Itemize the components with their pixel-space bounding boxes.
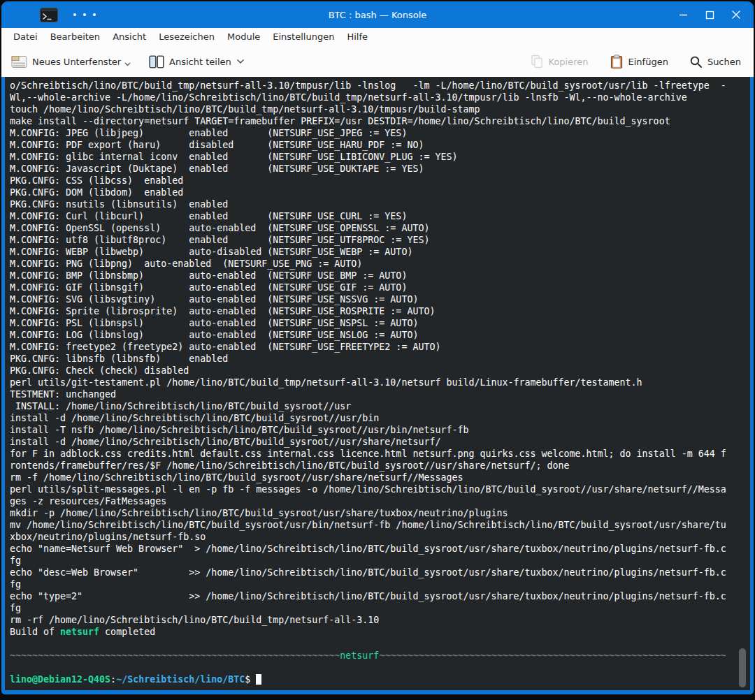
terminal-row: M.CONFIG: Sprite (librosprite) auto-enab… bbox=[10, 305, 746, 317]
terminal-row: M.CONFIG: GIF (libnsgif) auto-enabled (N… bbox=[10, 282, 746, 293]
terminal-row: echo "name=Netsurf Web Browser" > /home/… bbox=[10, 543, 746, 555]
terminal-row: M.CONFIG: JPEG (libjpeg) enabled (NETSUR… bbox=[10, 127, 746, 139]
view-split-icon bbox=[149, 55, 164, 68]
terminal-row: perl utils/git-testament.pl /home/lino/B… bbox=[10, 377, 746, 388]
terminal-row: M.CONFIG: PDF export (haru) disabled (NE… bbox=[10, 139, 746, 151]
terminal-row: M.CONFIG: OpenSSL (openssl) auto-enabled… bbox=[10, 222, 746, 234]
split-view-label: Ansicht teilen bbox=[169, 57, 231, 67]
terminal-row: Wl,--whole-archive -L/home/lino/Schreibt… bbox=[10, 92, 746, 103]
terminal-row: ~~~~~~~~~~~~~~~~~~~~~~~~~~~~~~~~~~~~~~~~… bbox=[10, 650, 746, 662]
terminal-row: TESTMENT: unchanged bbox=[10, 388, 746, 400]
chevron-down-icon bbox=[124, 62, 131, 66]
scrollbar-thumb[interactable] bbox=[739, 648, 746, 687]
menu-item-ansicht[interactable]: Ansicht bbox=[106, 28, 152, 46]
titlebar: BTC : bash — Konsole bbox=[1, 1, 754, 28]
tab-new-icon bbox=[11, 55, 27, 68]
terminal-row: PKG.CNFG: CSS (libcss) enabled bbox=[10, 175, 746, 187]
terminal-screen: o/Schreibtisch/lino/BTC/build_tmp/netsur… bbox=[5, 77, 750, 685]
copy-label: Kopieren bbox=[549, 57, 589, 67]
terminal-row: M.CONFIG: PNG (libpng) auto-enabled (NET… bbox=[10, 258, 746, 270]
terminal-row: install -d /home/lino/Schreibtisch/lino/… bbox=[10, 412, 746, 424]
terminal-row: PKG.CNFG: nsutils (libnsutils) enabled bbox=[10, 198, 746, 210]
menubar: DateiBearbeitenAnsichtLesezeichenModuleE… bbox=[1, 28, 754, 46]
paste-button[interactable]: Einfügen bbox=[610, 54, 668, 69]
terminal-row: M.CONFIG: glibc internal iconv enabled (… bbox=[10, 151, 746, 163]
terminal-row: lino@Debian12-Q40S:~/Schreibtisch/lino/B… bbox=[10, 673, 746, 685]
terminal-area[interactable]: o/Schreibtisch/lino/BTC/build_tmp/netsur… bbox=[5, 77, 750, 690]
menu-item-module[interactable]: Module bbox=[221, 28, 266, 46]
paste-label: Einfügen bbox=[628, 57, 668, 67]
terminal-row: PKG.CNFG: Check (check) disabled bbox=[10, 365, 746, 377]
terminal-row: M.CONFIG: BMP (libnsbmp) auto-enabled (N… bbox=[10, 270, 746, 282]
terminal-row: echo "desc=Web Browser" >> /home/lino/Sc… bbox=[10, 567, 746, 578]
window-title: BTC : bash — Konsole bbox=[1, 10, 754, 20]
terminal-row: Build of netsurf completed bbox=[10, 626, 746, 638]
terminal-cursor bbox=[256, 674, 261, 685]
paste-clipboard-icon bbox=[610, 54, 624, 69]
terminal-row: M.CONFIG: freetype2 (freetype2) auto-ena… bbox=[10, 341, 746, 353]
terminal-row: rontends/framebuffer/res/$F /home/lino/S… bbox=[10, 460, 746, 472]
close-button[interactable] bbox=[728, 7, 744, 22]
chevron-down-icon bbox=[236, 59, 245, 64]
new-tab-label: Neues Unterfenster bbox=[32, 57, 121, 67]
search-button[interactable]: Suchen bbox=[689, 55, 741, 68]
split-view-button[interactable]: Ansicht teilen bbox=[149, 55, 245, 68]
search-label: Suchen bbox=[707, 57, 741, 67]
copy-icon bbox=[530, 54, 544, 68]
terminal-row: xbox/neutrino/plugins/netsurf-fb.so bbox=[10, 531, 746, 543]
maximize-button[interactable] bbox=[702, 7, 717, 22]
terminal-row: INSTALL: /home/lino/Schreibtisch/lino/BT… bbox=[10, 400, 746, 412]
konsole-window: BTC : bash — Konsole DateiBearbeitenAnsi… bbox=[1, 1, 754, 694]
terminal-row: install -T nsfb /home/lino/Schreibtisch/… bbox=[10, 424, 746, 436]
terminal-row: make install --directory=netsurf TARGET=… bbox=[10, 115, 746, 127]
terminal-row: o/Schreibtisch/lino/BTC/build_tmp/netsur… bbox=[10, 80, 746, 92]
terminal-row: for F in adblock.css credits.html defaul… bbox=[10, 448, 746, 460]
new-tab-button[interactable]: Neues Unterfenster bbox=[11, 55, 131, 68]
terminal-row: mv /home/lino/Schreibtisch/lino/BTC/buil… bbox=[10, 519, 746, 531]
search-icon bbox=[689, 55, 703, 68]
menu-item-bearbeiten[interactable]: Bearbeiten bbox=[44, 28, 106, 46]
terminal-row: mkdir -p /home/lino/Schreibtisch/lino/BT… bbox=[10, 507, 746, 519]
terminal-row: M.CONFIG: SVG (libsvgtiny) auto-enabled … bbox=[10, 293, 746, 305]
terminal-row: PKG.CNFG: libnsfb (libnsfb) enabled bbox=[10, 353, 746, 365]
terminal-row: fg bbox=[10, 602, 746, 614]
terminal-row: M.CONFIG: LOG (libnslog) auto-enabled (N… bbox=[10, 329, 746, 341]
terminal-row: perl utils/split-messages.pl -l en -p fb… bbox=[10, 483, 746, 495]
copy-button[interactable]: Kopieren bbox=[530, 54, 589, 68]
toolbar: Neues Unterfenster Ansicht teilen bbox=[1, 46, 754, 77]
terminal-row: M.CONFIG: utf8 (libutf8proc) enabled (NE… bbox=[10, 234, 746, 246]
terminal-row bbox=[10, 638, 746, 650]
terminal-row: rm -rf /home/lino/Schreibtisch/lino/BTC/… bbox=[10, 614, 746, 626]
terminal-row: rm -f /home/lino/Schreibtisch/lino/BTC/b… bbox=[10, 472, 746, 483]
terminal-row: ges -z resources/FatMessages bbox=[10, 495, 746, 507]
terminal-row: install -d /home/lino/Schreibtisch/lino/… bbox=[10, 436, 746, 448]
terminal-row: fg bbox=[10, 578, 746, 590]
menu-item-einstellungen[interactable]: Einstellungen bbox=[266, 28, 340, 46]
terminal-row: M.CONFIG: Javascript (Duktape) enabled (… bbox=[10, 163, 746, 175]
terminal-row: PKG.CNFG: DOM (libdom) enabled bbox=[10, 187, 746, 198]
minimize-button[interactable] bbox=[675, 7, 691, 22]
terminal-row: M.CONFIG: WEBP (libwebp) auto-disabled (… bbox=[10, 246, 746, 258]
terminal-row bbox=[10, 662, 746, 673]
menu-item-lesezeichen[interactable]: Lesezeichen bbox=[152, 28, 221, 46]
terminal-row: touch /home/lino/Schreibtisch/lino/BTC/b… bbox=[10, 103, 746, 115]
menu-item-hilfe[interactable]: Hilfe bbox=[340, 28, 374, 46]
terminal-row: fg bbox=[10, 555, 746, 567]
terminal-row: M.CONFIG: PSL (libnspsl) auto-enabled (N… bbox=[10, 317, 746, 329]
terminal-row: echo "type=2" >> /home/lino/Schreibtisch… bbox=[10, 590, 746, 602]
terminal-row: M.CONFIG: Curl (libcurl) enabled (NETSUR… bbox=[10, 210, 746, 222]
menu-item-datei[interactable]: Datei bbox=[7, 28, 44, 46]
